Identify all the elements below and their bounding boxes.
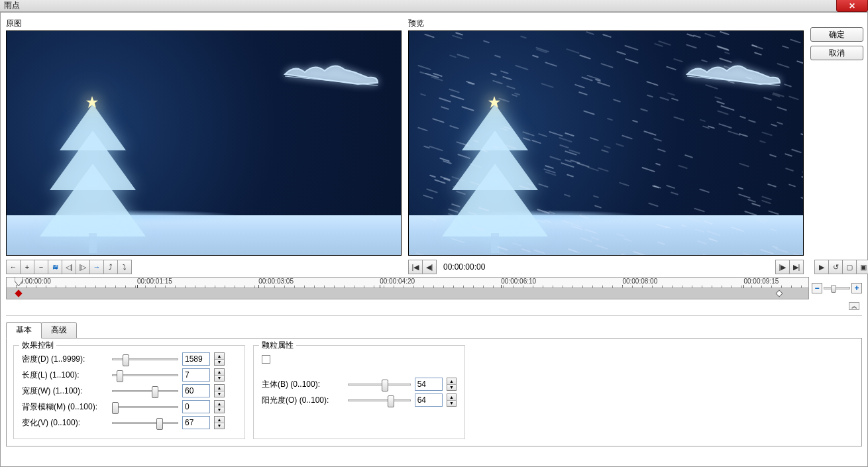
length-spinner[interactable]: ▲▼ (214, 368, 225, 382)
opacity-input[interactable] (415, 393, 443, 407)
svg-marker-4 (86, 96, 98, 108)
width-spinner[interactable]: ▲▼ (214, 384, 225, 397)
sleigh-graphic (282, 58, 381, 91)
loop-icon[interactable]: ↺ (828, 260, 843, 274)
ruler-tick: 00:00:03:05 (258, 278, 294, 285)
cancel-button[interactable]: 取消 (810, 46, 863, 60)
particle-checkbox[interactable] (262, 355, 270, 364)
remove-keyframe-icon[interactable]: − (34, 260, 48, 274)
ruler-tick: 00:00:09:15 (743, 278, 779, 285)
svg-marker-2 (40, 164, 146, 236)
spin-down-icon[interactable]: ▼ (215, 407, 224, 413)
prev-frame-icon[interactable]: ◁| (62, 260, 76, 274)
density-spinner[interactable]: ▲▼ (214, 352, 225, 366)
spin-down-icon[interactable]: ▼ (215, 391, 224, 397)
slider-thumb[interactable] (117, 370, 123, 382)
slider-thumb[interactable] (382, 380, 388, 391)
zoom-thumb[interactable] (831, 285, 836, 293)
bg_blur-input[interactable] (182, 400, 210, 413)
variation-input[interactable] (182, 416, 210, 429)
star-graphic (86, 96, 98, 108)
preview-label: 预览 (408, 18, 804, 29)
spin-up-icon[interactable]: ▲ (215, 353, 224, 360)
add-keyframe-icon[interactable]: + (20, 260, 34, 274)
close-icon: ✕ (849, 1, 855, 11)
playhead-icon[interactable] (15, 277, 23, 288)
zoom-out-button[interactable]: − (812, 283, 822, 293)
variation-spinner[interactable]: ▲▼ (214, 416, 225, 429)
bg_blur-slider[interactable] (112, 401, 178, 413)
particle-props-group: 颗粒属性 主体(B) (0..100):▲▼阳光度(O) (0..100):▲▼ (253, 345, 465, 439)
step-back-icon[interactable]: ◀| (422, 260, 437, 274)
slider-thumb[interactable] (388, 395, 394, 407)
spin-down-icon[interactable]: ▼ (447, 385, 456, 391)
variation-label: 变化(V) (0..100): (22, 417, 108, 429)
slider-thumb[interactable] (152, 386, 158, 398)
width-input[interactable] (182, 384, 210, 397)
curve-in-icon[interactable]: ⤴ (103, 260, 118, 274)
body-spinner[interactable]: ▲▼ (447, 378, 457, 391)
spin-up-icon[interactable]: ▲ (447, 378, 456, 385)
spin-down-icon[interactable]: ▼ (215, 376, 224, 382)
ruler-tick: 00:00:08:00 (622, 278, 657, 285)
play-icon[interactable]: ▶ (814, 260, 829, 274)
density-input[interactable] (182, 352, 210, 366)
half-screen-icon[interactable]: ▢ (842, 260, 857, 274)
density-slider[interactable] (112, 353, 178, 365)
spin-down-icon[interactable]: ▼ (447, 401, 456, 407)
length-input[interactable] (182, 368, 210, 382)
preview-column: 预览 (408, 18, 804, 256)
wave-icon[interactable]: ≋ (48, 260, 62, 274)
width-slider[interactable] (112, 385, 178, 397)
arrow-right-icon[interactable]: → (89, 260, 104, 274)
left-tool-group: ← + − ≋ ◁| |▷ → ⤴ ⤵ (6, 260, 402, 274)
body-label: 主体(B) (0..100): (262, 379, 344, 390)
timeline-track[interactable] (7, 288, 808, 299)
spin-up-icon[interactable]: ▲ (215, 401, 224, 407)
length-slider[interactable] (112, 369, 178, 381)
playback-bar: |◀ ◀| 00:00:00:00 |▶ ▶| (408, 260, 804, 274)
spin-down-icon[interactable]: ▼ (215, 360, 224, 366)
window-title: 雨点 (4, 0, 20, 11)
spin-up-icon[interactable]: ▲ (447, 394, 456, 401)
next-frame-icon[interactable]: |▷ (76, 260, 90, 274)
slider-thumb[interactable] (123, 354, 129, 366)
opacity-slider[interactable] (348, 394, 411, 406)
full-screen-icon[interactable]: ▣ (856, 260, 868, 274)
tabs: 基本 高级 (6, 321, 862, 338)
variation-slider[interactable] (112, 417, 178, 429)
bg_blur-spinner[interactable]: ▲▼ (214, 400, 225, 413)
body-slider[interactable] (348, 378, 411, 390)
title-bar: 雨点 ✕ (0, 0, 868, 12)
svg-rect-9 (491, 233, 499, 253)
spin-down-icon[interactable]: ▼ (215, 423, 224, 429)
step-forward-icon[interactable]: |▶ (775, 260, 790, 274)
zoom-in-button[interactable]: + (851, 283, 862, 293)
go-end-icon[interactable]: ▶| (789, 260, 804, 274)
window-close-button[interactable]: ✕ (836, 0, 868, 12)
go-start-icon[interactable]: |◀ (408, 260, 423, 274)
curve-out-icon[interactable]: ⤵ (117, 260, 132, 274)
tab-basic[interactable]: 基本 (6, 322, 42, 338)
length-label: 长度(L) (1..100): (22, 370, 108, 381)
tab-advanced[interactable]: 高级 (41, 322, 77, 338)
slider-thumb[interactable] (112, 402, 119, 414)
slider-thumb[interactable] (156, 418, 163, 430)
zoom-slider[interactable] (824, 287, 850, 289)
density-label: 密度(D) (1..9999): (22, 354, 108, 365)
collapse-panel-icon[interactable]: ︽ (849, 302, 859, 310)
opacity-label: 阳光度(O) (0..100): (262, 395, 344, 406)
timeline-ruler: 00:00:00:0000:00:01:1500:00:03:0500:00:0… (7, 278, 808, 288)
zoom-control: − + (812, 283, 862, 293)
original-image (6, 30, 402, 256)
timeline[interactable]: 00:00:00:0000:00:01:1500:00:03:0500:00:0… (6, 277, 809, 299)
spin-up-icon[interactable]: ▲ (215, 417, 224, 423)
spin-up-icon[interactable]: ▲ (215, 369, 224, 376)
spin-up-icon[interactable]: ▲ (215, 385, 224, 391)
ok-button[interactable]: 确定 (810, 27, 863, 42)
body-input[interactable] (415, 378, 443, 391)
arrow-left-icon[interactable]: ← (6, 260, 21, 274)
settings-panel: 基本 高级 效果控制 密度(D) (1..9999):▲▼长度(L) (1..1… (6, 315, 862, 446)
opacity-spinner[interactable]: ▲▼ (447, 393, 457, 407)
svg-rect-3 (89, 233, 97, 253)
